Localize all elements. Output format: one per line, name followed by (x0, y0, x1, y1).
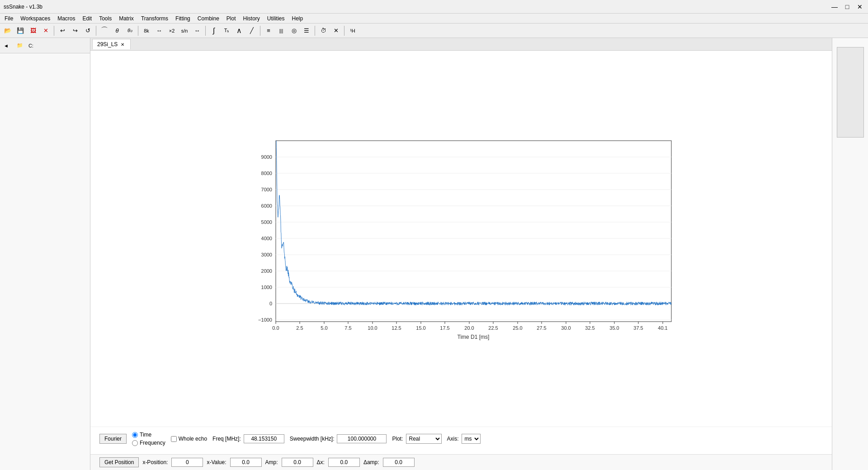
delta-amp-input[interactable] (383, 458, 415, 467)
menu-plot[interactable]: Plot (224, 14, 239, 23)
menu-workspaces[interactable]: Workspaces (18, 14, 53, 23)
freq-input[interactable] (244, 434, 284, 443)
t1-button[interactable]: T₁ (221, 25, 232, 37)
x-axis-title: Time D1 [ms] (458, 334, 490, 340)
undo-button[interactable]: ↩ (57, 25, 68, 37)
image-button[interactable]: 🖼 (27, 25, 39, 37)
toolbar-sep3 (138, 26, 138, 36)
minimize-button[interactable]: — (830, 2, 839, 11)
circle-button[interactable]: ◎ (288, 25, 300, 37)
sweep-input[interactable] (337, 434, 387, 443)
plot-label: Plot: (392, 436, 403, 442)
list-button[interactable]: ☰ (301, 25, 312, 37)
x-label-15: 15.0 (416, 325, 425, 331)
maximize-button[interactable]: □ (843, 2, 852, 11)
x-position-label: x-Position: (142, 459, 168, 465)
controls-area: Fourier Time Frequency Whole echo (90, 427, 832, 454)
axis-control: Axis: ms s μs (447, 434, 481, 444)
y-label-9000: 9000 (261, 154, 272, 160)
tab-29si-ls[interactable]: 29Si_LS ✕ (92, 39, 131, 49)
close-button[interactable]: ✕ (855, 2, 864, 11)
menu-history[interactable]: History (241, 14, 263, 23)
phase-button[interactable]: θ (111, 25, 123, 37)
frequency-radio[interactable] (132, 440, 138, 446)
x-label-0: 0.0 (272, 325, 279, 331)
toolbar-sep5 (260, 26, 260, 36)
save-button[interactable]: 💾 (14, 25, 26, 37)
time-radio-label[interactable]: Time (132, 432, 165, 438)
main-chart: 9000 8000 7000 6000 5000 4000 3000 2000 … (244, 136, 678, 344)
open-button[interactable]: 📂 (2, 25, 14, 37)
x-value-input[interactable] (230, 458, 262, 467)
timer-button[interactable]: ⏱ (317, 25, 329, 37)
x-position-input[interactable] (171, 458, 203, 467)
delta-x-label: Δx: (317, 459, 325, 465)
chart-area (276, 141, 671, 322)
toolbar: 📂 💾 🖼 ✕ ↩ ↪ ↺ ⌒ θ θ₀ 8k ↔ ×2 s/n ↔ ∫ T₁ … (0, 24, 868, 38)
x-label-32.5: 32.5 (585, 325, 594, 331)
menu-tools[interactable]: Tools (96, 14, 114, 23)
bars-button[interactable]: ||| (275, 25, 287, 37)
axis-select[interactable]: ms s μs (462, 434, 481, 444)
x-label-10: 10.0 (368, 325, 377, 331)
curve-button[interactable]: ⌒ (99, 25, 110, 37)
tab-bar: 29Si_LS ✕ (90, 38, 832, 51)
window-controls: — □ ✕ (830, 2, 864, 11)
plot-select[interactable]: Real Imaginary Both (406, 434, 442, 444)
menu2-button[interactable]: ≡ (263, 25, 274, 37)
toolbar-sep4 (205, 26, 206, 36)
integral-button[interactable]: ∫ (208, 25, 220, 37)
menu-matrix[interactable]: Matrix (116, 14, 137, 23)
amp-input[interactable] (282, 458, 313, 467)
sn-button[interactable]: s/n (179, 25, 190, 37)
get-position-button[interactable]: Get Position (99, 457, 139, 467)
path-label: C: (27, 42, 35, 49)
y-label-6000: 6000 (261, 203, 272, 209)
whole-echo-label[interactable]: Whole echo (171, 436, 207, 442)
x2-button[interactable]: ×2 (166, 25, 178, 37)
menu-combine[interactable]: Combine (195, 14, 222, 23)
refresh-button[interactable]: ↺ (82, 25, 94, 37)
menu-file[interactable]: File (2, 14, 16, 23)
delta-x-input[interactable] (328, 458, 360, 467)
whole-echo-text: Whole echo (179, 436, 207, 442)
menu-utilities[interactable]: Utilities (264, 14, 288, 23)
sweep-label: Sweepwidth [kHz]: (290, 436, 335, 442)
x-label-2.5: 2.5 (296, 325, 303, 331)
peak-button[interactable]: ∧ (233, 25, 245, 37)
nav-back-button[interactable]: ◄ (2, 42, 10, 49)
toolbar-sep2 (96, 26, 96, 36)
menu-fitting[interactable]: Fitting (173, 14, 193, 23)
cancel-button[interactable]: ✕ (330, 25, 342, 37)
whole-echo-checkbox[interactable] (171, 436, 177, 442)
8k-button[interactable]: 8k (141, 25, 152, 37)
plot-container: 9000 8000 7000 6000 5000 4000 3000 2000 … (90, 51, 832, 427)
phase0-button[interactable]: θ₀ (124, 25, 136, 37)
axis-label: Axis: (447, 436, 459, 442)
fourier-button[interactable]: Fourier (99, 434, 127, 444)
tab-close-button[interactable]: ✕ (119, 41, 126, 47)
fit-button[interactable]: ↔ (191, 25, 203, 37)
menu-edit[interactable]: Edit (80, 14, 95, 23)
toolbar-sep7 (344, 26, 344, 36)
chart-wrapper: 9000 8000 7000 6000 5000 4000 3000 2000 … (244, 136, 678, 346)
x-label-17.5: 17.5 (440, 325, 449, 331)
right-panel-inner (837, 47, 864, 138)
y-label-2000: 2000 (261, 268, 272, 274)
frequency-radio-text: Frequency (140, 440, 165, 446)
time-radio[interactable] (132, 432, 138, 438)
redo-button[interactable]: ↪ (69, 25, 81, 37)
app-title: ssSnake - v1.3b (4, 4, 42, 10)
position-bar: Get Position x-Position: x-Value: Amp: Δ… (90, 454, 832, 470)
expand-button[interactable]: ↔ (153, 25, 165, 37)
proton-button[interactable]: ¹H (347, 25, 359, 37)
sidebar-nav: ◄ 📁 C: (0, 38, 90, 53)
line-button[interactable]: ╱ (246, 25, 258, 37)
menu-transforms[interactable]: Transforms (138, 14, 171, 23)
menu-macros[interactable]: Macros (55, 14, 78, 23)
frequency-radio-label[interactable]: Frequency (132, 440, 165, 446)
x-label-40: 40.1 (658, 325, 667, 331)
menu-help[interactable]: Help (289, 14, 306, 23)
close-file-button[interactable]: ✕ (40, 25, 52, 37)
freq-control: Freq [MHz]: (212, 434, 284, 443)
